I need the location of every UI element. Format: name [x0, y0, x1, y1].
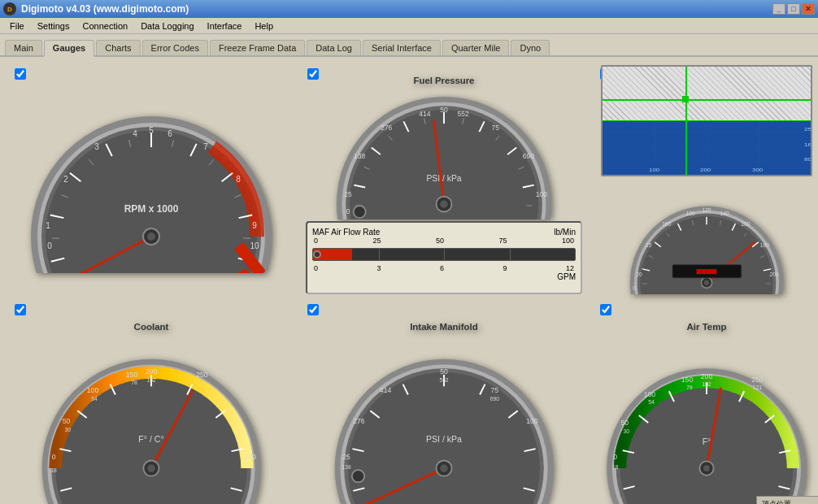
menu-bar: File Settings Connection Data Logging In…: [0, 18, 818, 34]
svg-text:100: 100: [649, 167, 659, 172]
svg-text:140: 140: [720, 210, 729, 215]
svg-text:54: 54: [648, 399, 655, 405]
coolant-checkbox[interactable]: [15, 304, 26, 315]
rpm-gauge-cell: 1 2 3 4 5 6 7 8 9 RPM x 1000 0 10 0 7 6: [5, 62, 298, 298]
svg-text:414: 414: [419, 110, 430, 118]
svg-text:100: 100: [644, 389, 656, 398]
svg-point-170: [147, 464, 155, 472]
tab-charts[interactable]: Charts: [96, 40, 140, 55]
svg-text:50: 50: [63, 417, 71, 425]
speed-gauge: 20 25 160 100 120 140 160 180 200 0 ■■■■: [597, 178, 816, 294]
svg-text:0: 0: [52, 453, 56, 461]
intake-gauge: Intake Manifold 25 138 2: [318, 316, 570, 505]
coolant-gauge-cell: Coolant: [5, 298, 298, 504]
tab-error-codes[interactable]: Error Codes: [142, 40, 208, 55]
svg-point-232: [703, 465, 710, 471]
svg-text:250: 250: [196, 370, 208, 378]
svg-point-85: [440, 200, 447, 207]
app-title: Digimoto v4.03 (www.digimoto.com): [21, 3, 772, 15]
status-line1: 顶点位置: [762, 499, 816, 504]
svg-text:138: 138: [354, 152, 365, 160]
tab-data-log[interactable]: Data Log: [307, 40, 361, 55]
tab-dyno[interactable]: Dyno: [511, 40, 550, 55]
svg-text:75: 75: [491, 386, 499, 394]
svg-text:160: 160: [662, 220, 671, 226]
svg-text:Coolant: Coolant: [134, 322, 169, 332]
svg-text:30: 30: [623, 428, 629, 433]
minimize-button[interactable]: _: [772, 3, 785, 15]
svg-point-40: [147, 232, 155, 241]
air-temp-checkbox[interactable]: [600, 304, 611, 315]
restore-button[interactable]: □: [787, 3, 800, 15]
svg-text:25: 25: [344, 190, 352, 198]
svg-text:0: 0: [346, 207, 350, 215]
svg-text:100: 100: [87, 386, 99, 394]
tab-freeze-frame[interactable]: Freeze Frame Data: [210, 40, 305, 55]
svg-text:552: 552: [439, 376, 448, 382]
svg-text:25: 25: [342, 453, 350, 461]
svg-text:18: 18: [50, 467, 57, 472]
svg-text:18: 18: [612, 464, 619, 470]
svg-text:0: 0: [633, 285, 636, 291]
menu-settings[interactable]: Settings: [31, 20, 76, 32]
chart-top: [603, 67, 811, 120]
svg-text:250: 250: [804, 127, 811, 132]
air-temp-gauge: Air Temp: [597, 316, 816, 505]
svg-text:F° / C°: F° / C°: [138, 434, 163, 444]
svg-text:78: 78: [131, 380, 137, 385]
menu-connection[interactable]: Connection: [76, 20, 134, 32]
svg-text:54: 54: [91, 395, 98, 401]
svg-text:160: 160: [804, 142, 811, 147]
svg-text:100: 100: [536, 190, 547, 198]
svg-point-136: [704, 280, 709, 285]
svg-text:102: 102: [146, 376, 155, 382]
fuel-pressure-checkbox[interactable]: [307, 68, 319, 80]
maf-gauge: MAF Air Flow Rate lb/Min 0 25 50 75 100: [306, 221, 582, 294]
menu-help[interactable]: Help: [248, 20, 280, 32]
tab-quarter-mile[interactable]: Quarter Mile: [442, 40, 510, 55]
rpm-gauge: 1 2 3 4 5 6 7 8 9 RPM x 1000 0 10 0 7 6: [25, 86, 277, 273]
svg-text:PSI / kPa: PSI / kPa: [426, 174, 461, 183]
svg-text:250: 250: [751, 375, 764, 383]
svg-text:50: 50: [440, 367, 448, 375]
chart-bottom: 250 160 80 100 200 300: [603, 120, 811, 174]
tab-main[interactable]: Main: [5, 40, 42, 55]
svg-text:4: 4: [133, 129, 137, 138]
svg-text:100: 100: [686, 210, 695, 215]
svg-text:150: 150: [681, 375, 694, 383]
chart-crosshair-vertical: [685, 67, 687, 120]
menu-file[interactable]: File: [3, 20, 31, 32]
svg-text:276: 276: [381, 124, 392, 132]
chart-crosshair-horizontal: [603, 99, 811, 101]
svg-text:300: 300: [752, 167, 763, 172]
svg-text:78: 78: [686, 385, 693, 390]
svg-text:20: 20: [636, 272, 642, 277]
svg-text:200: 200: [770, 272, 779, 277]
svg-text:2: 2: [63, 175, 68, 184]
rpm-checkbox[interactable]: [15, 68, 26, 80]
svg-point-200: [352, 469, 364, 481]
intake-checkbox[interactable]: [307, 304, 319, 315]
svg-text:121: 121: [753, 385, 762, 390]
svg-text:9: 9: [252, 221, 257, 230]
main-content: 1 2 3 4 5 6 7 8 9 RPM x 1000 0 10 0 7 6: [0, 57, 818, 504]
svg-text:0: 0: [47, 241, 52, 250]
svg-text:690: 690: [523, 152, 534, 160]
maf-gauge-container: MAF Air Flow Rate lb/Min 0 25 50 75 100: [306, 221, 582, 294]
menu-interface[interactable]: Interface: [201, 20, 249, 32]
close-button[interactable]: ✕: [802, 3, 815, 15]
svg-text:25: 25: [646, 241, 652, 247]
svg-text:120: 120: [702, 207, 711, 213]
svg-text:7: 7: [203, 142, 208, 151]
svg-text:6: 6: [168, 129, 172, 138]
svg-text:690: 690: [490, 395, 499, 401]
menu-datalogging[interactable]: Data Logging: [134, 20, 200, 32]
svg-text:PSI / kPa: PSI / kPa: [426, 434, 462, 444]
svg-text:10: 10: [250, 241, 259, 250]
tab-serial-interface[interactable]: Serial Interface: [363, 40, 441, 55]
maf-unit-bottom: GPM: [312, 272, 576, 281]
tab-gauges[interactable]: Gauges: [44, 40, 94, 57]
chart-crosshair-v2: [685, 120, 687, 174]
svg-text:RPM x 1000: RPM x 1000: [124, 203, 179, 215]
window-controls: _ □ ✕: [772, 3, 815, 15]
